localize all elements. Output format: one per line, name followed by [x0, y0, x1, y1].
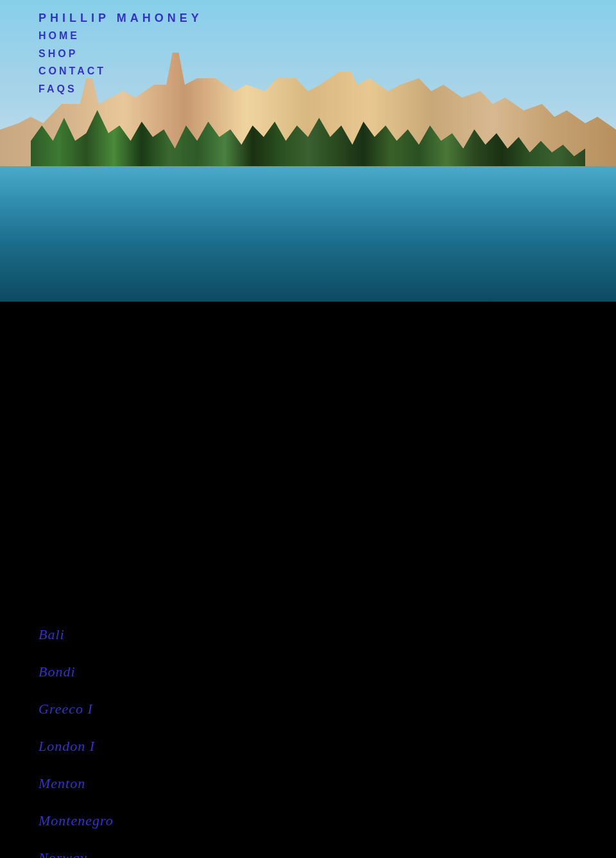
site-header: PHILLIP MAHONEY HOME SHOP CONTACT FAQS	[0, 0, 203, 97]
shop-nav-list: Bali Bondi Greeco I London I Menton Mont…	[0, 616, 616, 858]
hero-water	[0, 166, 616, 302]
main-nav: HOME SHOP CONTACT FAQS	[38, 28, 203, 97]
content-area: Bali Bondi Greeco I London I Menton Mont…	[0, 603, 616, 858]
shop-item-bali[interactable]: Bali	[38, 616, 616, 653]
nav-home[interactable]: HOME	[38, 28, 203, 44]
shop-item-bondi[interactable]: Bondi	[38, 653, 616, 691]
site-title: PHILLIP MAHONEY	[38, 12, 203, 25]
shop-item-london[interactable]: London I	[38, 728, 616, 765]
shop-item-norway[interactable]: Norway	[38, 839, 616, 858]
nav-faqs[interactable]: FAQS	[38, 81, 203, 98]
shop-item-menton[interactable]: Menton	[38, 765, 616, 802]
shop-item-montenegro[interactable]: Montenegro	[38, 802, 616, 839]
nav-shop[interactable]: SHOP	[38, 46, 203, 62]
shop-item-greeco[interactable]: Greeco I	[38, 691, 616, 728]
nav-contact[interactable]: CONTACT	[38, 63, 203, 80]
